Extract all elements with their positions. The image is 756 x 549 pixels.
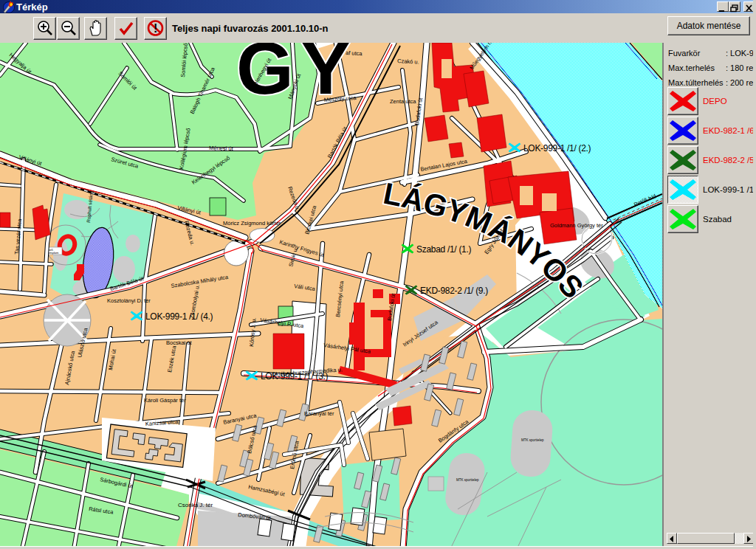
svg-text:MTK sporttelep: MTK sporttelep	[521, 438, 544, 442]
svg-text:Kosztolányi D. tér: Kosztolányi D. tér	[107, 297, 151, 304]
svg-text:Károli Gáspár tér: Károli Gáspár tér	[144, 397, 186, 404]
svg-text:MTK sporttelep: MTK sporttelep	[456, 478, 479, 482]
svg-text:Ménesi út: Ménesi út	[209, 145, 234, 152]
svg-text:Bocskai út: Bocskai út	[166, 339, 193, 346]
svg-text:EKD-982-2 /1/ (9.): EKD-982-2 /1/ (9.)	[420, 286, 488, 296]
svg-text:Baranyai tér: Baranyai tér	[304, 410, 334, 417]
svg-text:!: !	[154, 22, 157, 35]
svg-text:LOK-999-1 /1/ (4.): LOK-999-1 /1/ (4.)	[145, 311, 213, 322]
svg-text:templom: templom	[47, 251, 59, 255]
svg-text:Móricz Zsigmond körtér: Móricz Zsigmond körtér	[223, 220, 281, 227]
svg-text:af utca: af utca	[346, 49, 363, 57]
svg-text:Csonka J. tér: Csonka J. tér	[178, 502, 213, 508]
svg-text:Zenta utca: Zenta utca	[390, 98, 416, 105]
svg-text:Szabad /1/ (1.): Szabad /1/ (1.)	[416, 244, 472, 255]
svg-text:Czakó u.: Czakó u.	[397, 58, 419, 66]
svg-text:Goldmann György tér: Goldmann György tér	[550, 222, 603, 229]
svg-text:LOK-999-1 /1/ (3.): LOK-999-1 /1/ (3.)	[261, 371, 329, 381]
svg-text:LOK-999-1 /1/ (2.): LOK-999-1 /1/ (2.)	[523, 143, 591, 153]
